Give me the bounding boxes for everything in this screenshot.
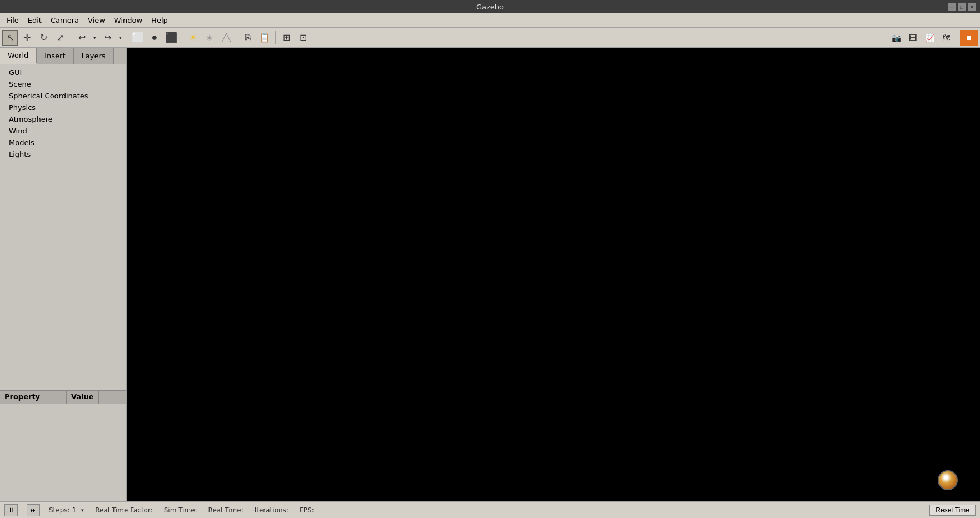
world-item-spherical-coordinates[interactable]: Spherical Coordinates [0,90,126,102]
scale-tool-button[interactable]: ⤢ [52,30,68,46]
pause-button[interactable]: ⏸ [4,504,18,516]
menu-file[interactable]: File [2,15,23,26]
iterations-label: Iterations: [255,506,288,514]
paste-button[interactable]: 📋 [257,30,272,46]
rotate-icon: ↻ [40,32,47,43]
world-item-models[interactable]: Models [0,137,126,148]
tab-layers[interactable]: Layers [74,48,114,64]
menu-camera[interactable]: Camera [46,15,83,26]
left-panel: World Insert Layers GUI Scene Spherical … [0,48,127,501]
plot-icon: 📈 [925,33,934,42]
real-time-factor-label: Real Time Factor: [95,506,152,514]
rotate-tool-button[interactable]: ↻ [36,30,51,46]
fps-item: FPS: [300,506,316,514]
record-icon: 🎞 [909,33,917,42]
undo-dropdown-button[interactable]: ▾ [91,30,98,46]
align-button[interactable]: ⊡ [295,30,311,46]
box-button[interactable]: ⬜ [130,30,146,46]
tab-insert[interactable]: Insert [37,48,73,64]
menu-bar: File Edit Camera View Window Help [0,13,980,28]
copy-button[interactable]: ⎘ [240,30,256,46]
property-col-header: Property [0,391,67,404]
steps-label: Steps: [49,506,70,514]
snap-button[interactable]: ⊞ [278,30,294,46]
sun-icon: ☀ [189,32,197,43]
select-tool-button[interactable]: ↖ [2,30,18,46]
steps-item: Steps: 1 ▾ [49,505,86,515]
undo-button[interactable]: ↩ [74,30,89,46]
map-button[interactable]: 🗺 [938,30,954,46]
sim-time-label: Sim Time: [164,506,197,514]
menu-help[interactable]: Help [147,15,172,26]
property-panel: Property Value [0,390,126,501]
world-item-lights[interactable]: Lights [0,148,126,160]
close-button[interactable]: ✕ [968,3,976,11]
real-time-item: Real Time: [208,506,246,514]
sep-6 [314,31,314,44]
main-content: World Insert Layers GUI Scene Spherical … [0,48,980,501]
world-item-wind[interactable]: Wind [0,125,126,137]
tool-icon: ■ [966,33,972,43]
reset-time-button[interactable]: Reset Time [929,505,976,516]
real-time-label: Real Time: [208,506,243,514]
fps-label: FPS: [300,506,314,514]
menu-edit[interactable]: Edit [23,15,46,26]
record-button[interactable]: 🎞 [905,30,921,46]
snap-icon: ⊞ [283,32,290,43]
directional-light-button[interactable]: ╱╲ [218,30,234,46]
chevron-down-icon-2: ▾ [119,35,122,41]
title-bar: Gazebo ─ □ ✕ [0,0,980,13]
orange-tool-button[interactable]: ■ [960,30,978,46]
sphere-button[interactable]: ● [147,30,162,46]
pause-icon: ⏸ [8,506,14,514]
real-time-factor-item: Real Time Factor: [95,506,155,514]
world-item-gui[interactable]: GUI [0,67,126,78]
move-icon: ✛ [23,32,31,43]
redo-button[interactable]: ↪ [100,30,115,46]
redo-dropdown-button[interactable]: ▾ [116,30,124,46]
world-item-physics[interactable]: Physics [0,102,126,113]
iterations-item: Iterations: [255,506,291,514]
spot-light-button[interactable]: ✳ [202,30,217,46]
paste-icon: 📋 [259,32,270,43]
translate-tool-button[interactable]: ✛ [19,30,34,46]
maximize-button[interactable]: □ [958,3,966,11]
sep-1 [71,31,71,44]
title-bar-controls: ─ □ ✕ [948,3,976,11]
steps-value: 1 [72,506,77,514]
menu-window[interactable]: Window [110,15,147,26]
screenshot-button[interactable]: 📷 [888,30,904,46]
reset-time-label: Reset Time [936,506,969,514]
cylinder-icon: ⬛ [165,32,177,44]
directional-light-icon: ╱╲ [222,33,231,42]
plot-button[interactable]: 📈 [922,30,937,46]
scale-icon: ⤢ [57,32,64,43]
step-forward-button[interactable]: ⏭ [27,504,40,516]
status-bar: ⏸ ⏭ Steps: 1 ▾ Real Time Factor: Sim Tim… [0,501,980,518]
sphere-icon: ● [152,32,158,43]
sep-5 [275,31,276,44]
steps-arrow-icon: ▾ [81,507,84,513]
steps-dropdown-button[interactable]: ▾ [78,505,86,515]
toolbar: ↖ ✛ ↻ ⤢ ↩ ▾ ↪ ▾ ⬜ ● ⬛ ☀ ✳ ╱╲ [0,28,980,48]
sep-3 [182,31,182,44]
property-header: Property Value [0,391,126,404]
world-panel: GUI Scene Spherical Coordinates Physics … [0,64,126,390]
viewport[interactable] [127,48,980,501]
sep-4 [237,31,237,44]
app-title: Gazebo [476,3,504,11]
point-light-button[interactable]: ☀ [185,30,201,46]
undo-icon: ↩ [78,32,86,43]
world-item-atmosphere[interactable]: Atmosphere [0,113,126,125]
cylinder-button[interactable]: ⬛ [163,30,179,46]
world-item-scene[interactable]: Scene [0,78,126,90]
tab-insert-label: Insert [44,52,65,60]
sep-7 [957,31,957,44]
step-forward-icon: ⏭ [30,506,37,514]
minimize-button[interactable]: ─ [948,3,956,11]
tab-world[interactable]: World [0,48,37,64]
redo-icon: ↪ [104,32,111,43]
sim-time-item: Sim Time: [164,506,200,514]
menu-view[interactable]: View [83,15,110,26]
tab-bar: World Insert Layers [0,48,126,64]
